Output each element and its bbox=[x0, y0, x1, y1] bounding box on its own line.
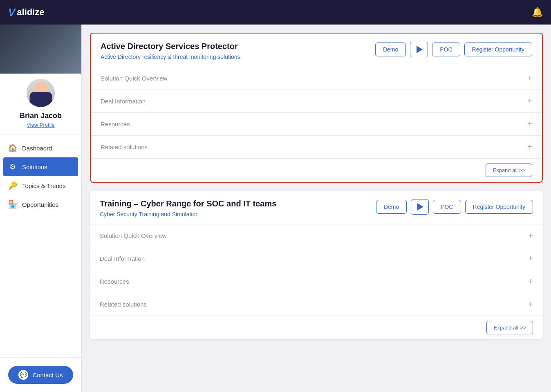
sidebar-item-topics-trends[interactable]: 🔑 Topics & Trends bbox=[0, 176, 81, 195]
card-2-title: Training – Cyber Range for SOC and IT te… bbox=[100, 199, 370, 208]
accordion-item-related-2[interactable]: Related solutions + bbox=[90, 293, 543, 316]
expand-all-button-1[interactable]: Expand all >> bbox=[486, 164, 532, 177]
card-1-demo-button[interactable]: Demo bbox=[375, 43, 406, 56]
accordion-label: Resources bbox=[100, 278, 129, 285]
chat-icon: 💬 bbox=[18, 370, 28, 380]
solution-card-1: Active Directory Services Protector Acti… bbox=[90, 33, 543, 183]
expand-icon: + bbox=[528, 300, 533, 309]
card-2-actions: Demo POC Register Opportunity bbox=[376, 199, 533, 215]
accordion-item-overview-2[interactable]: Solution Quick Overview + bbox=[90, 224, 543, 247]
avatar-image bbox=[27, 78, 55, 108]
accordion-label: Resources bbox=[101, 121, 130, 128]
play-triangle-icon bbox=[417, 203, 423, 211]
sidebar-footer: 💬 Contact Us bbox=[0, 357, 81, 392]
sidebar: Brian Jacob View Profile 🏠 Dashbaord ⚙ S… bbox=[0, 25, 82, 392]
card-2-title-section: Training – Cyber Range for SOC and IT te… bbox=[100, 199, 370, 217]
expand-all-button-2[interactable]: Expand all >> bbox=[486, 321, 533, 334]
topics-trends-icon: 🔑 bbox=[8, 181, 17, 190]
card-2-play-button[interactable] bbox=[411, 199, 429, 215]
solution-card-2: Training – Cyber Range for SOC and IT te… bbox=[90, 191, 543, 339]
card-1-footer: Expand all >> bbox=[91, 158, 542, 182]
expand-icon: + bbox=[527, 119, 532, 129]
card-1-accordion: Solution Quick Overview + Deal Informati… bbox=[91, 67, 542, 158]
card-2-footer: Expand all >> bbox=[90, 316, 543, 339]
accordion-label: Deal Information bbox=[101, 98, 146, 105]
main-layout: Brian Jacob View Profile 🏠 Dashbaord ⚙ S… bbox=[0, 25, 551, 392]
view-profile-link[interactable]: View Profile bbox=[27, 122, 54, 128]
sidebar-profile: Brian Jacob View Profile bbox=[0, 25, 81, 134]
contact-us-button[interactable]: 💬 Contact Us bbox=[8, 366, 73, 384]
accordion-item-resources-1[interactable]: Resources + bbox=[91, 113, 542, 136]
profile-background bbox=[0, 25, 82, 74]
expand-icon: + bbox=[528, 254, 533, 263]
user-name: Brian Jacob bbox=[20, 112, 62, 120]
accordion-label: Solution Quick Overview bbox=[101, 75, 167, 82]
sidebar-item-label: Dashbaord bbox=[22, 145, 52, 152]
card-1-register-button[interactable]: Register Opportunity bbox=[464, 43, 532, 56]
expand-icon: + bbox=[528, 277, 533, 286]
accordion-label: Deal Information bbox=[100, 255, 145, 262]
notification-bell-icon[interactable]: 🔔 bbox=[532, 7, 543, 18]
sidebar-item-label: Opportunities bbox=[22, 201, 58, 208]
avatar bbox=[25, 78, 56, 108]
sidebar-item-solutions[interactable]: ⚙ Solutions bbox=[3, 157, 78, 176]
logo-text: alidize bbox=[17, 7, 44, 18]
expand-icon: + bbox=[527, 74, 532, 83]
sidebar-item-label: Solutions bbox=[22, 164, 47, 170]
expand-icon: + bbox=[528, 231, 533, 240]
solutions-icon: ⚙ bbox=[8, 162, 17, 171]
accordion-label: Related solutions bbox=[101, 143, 148, 150]
accordion-label: Related solutions bbox=[100, 301, 147, 308]
avatar-body bbox=[29, 92, 52, 108]
dashboard-icon: 🏠 bbox=[8, 143, 17, 152]
card-1-subtitle: Active Directory resiliency & threat mon… bbox=[101, 54, 369, 60]
expand-icon: + bbox=[527, 142, 532, 152]
card-2-header: Training – Cyber Range for SOC and IT te… bbox=[90, 191, 543, 224]
accordion-item-related-1[interactable]: Related solutions + bbox=[91, 136, 542, 158]
logo: V alidize bbox=[8, 6, 45, 19]
card-1-actions: Demo POC Register Opportunity bbox=[375, 42, 532, 57]
card-1-header: Active Directory Services Protector Acti… bbox=[91, 34, 542, 67]
accordion-item-resources-2[interactable]: Resources + bbox=[90, 270, 543, 293]
main-content: Active Directory Services Protector Acti… bbox=[82, 25, 551, 392]
sidebar-item-label: Topics & Trends bbox=[22, 182, 66, 189]
opportunities-icon: 🏪 bbox=[8, 200, 17, 209]
card-1-title-section: Active Directory Services Protector Acti… bbox=[101, 42, 369, 60]
play-triangle-icon bbox=[417, 46, 423, 53]
sidebar-item-opportunities[interactable]: 🏪 Opportunities bbox=[0, 195, 81, 214]
card-2-poc-button[interactable]: POC bbox=[433, 200, 461, 214]
profile-bg-image bbox=[0, 25, 82, 74]
accordion-item-deal-1[interactable]: Deal Information + bbox=[91, 90, 542, 113]
card-2-accordion: Solution Quick Overview + Deal Informati… bbox=[90, 224, 543, 316]
contact-us-label: Contact Us bbox=[32, 372, 63, 379]
expand-icon: + bbox=[527, 96, 532, 106]
card-1-title: Active Directory Services Protector bbox=[101, 42, 369, 51]
accordion-label: Solution Quick Overview bbox=[100, 232, 166, 239]
top-nav: V alidize 🔔 bbox=[0, 0, 551, 25]
sidebar-navigation: 🏠 Dashbaord ⚙ Solutions 🔑 Topics & Trend… bbox=[0, 134, 81, 357]
accordion-item-overview-1[interactable]: Solution Quick Overview + bbox=[91, 67, 542, 90]
logo-v: V bbox=[8, 6, 15, 19]
card-1-poc-button[interactable]: POC bbox=[432, 43, 460, 56]
accordion-item-deal-2[interactable]: Deal Information + bbox=[90, 247, 543, 270]
card-1-play-button[interactable] bbox=[410, 42, 428, 57]
card-2-demo-button[interactable]: Demo bbox=[376, 200, 407, 214]
sidebar-item-dashboard[interactable]: 🏠 Dashbaord bbox=[0, 139, 81, 157]
card-2-register-button[interactable]: Register Opportunity bbox=[465, 200, 533, 214]
card-2-subtitle: Cyber Security Training and Simulation bbox=[100, 211, 370, 217]
